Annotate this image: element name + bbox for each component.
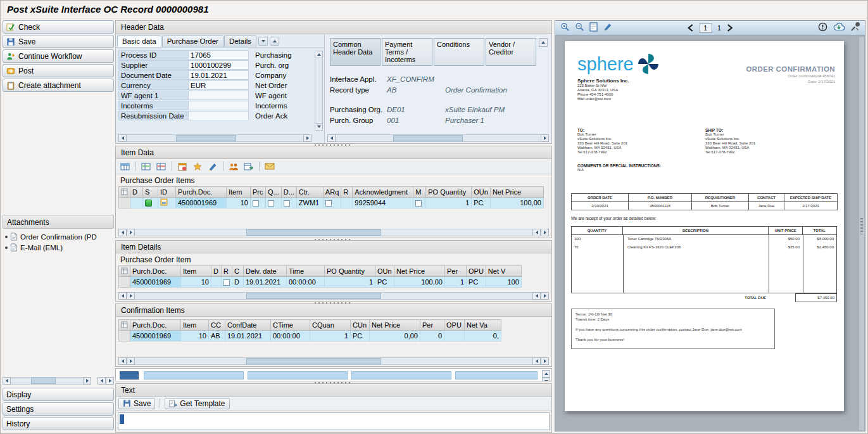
m-checkbox[interactable] xyxy=(415,200,422,207)
grid-icon[interactable] xyxy=(118,160,132,172)
cell-d[interactable] xyxy=(130,198,143,208)
scroll-thumb[interactable] xyxy=(246,293,382,299)
column-header-per[interactable]: Per xyxy=(445,266,467,277)
export-icon[interactable] xyxy=(242,160,256,172)
cell-prc[interactable] xyxy=(251,198,266,208)
tab-list-up-icon[interactable] xyxy=(270,37,279,46)
column-header-delv-date[interactable]: Delv. date xyxy=(244,266,287,277)
attachment-item-order-confirmation[interactable]: Order Confirmation (PD xyxy=(4,231,113,242)
cell-purch-doc[interactable]: 4500001969 xyxy=(130,331,181,341)
vertical-scrollbar[interactable] xyxy=(542,370,550,380)
scroll-left-icon[interactable] xyxy=(3,377,11,385)
column-header-id[interactable]: ID xyxy=(158,187,176,198)
cell-oun[interactable]: PC xyxy=(472,198,491,208)
cell-item[interactable]: 10 xyxy=(181,277,211,288)
horizontal-scrollbar[interactable] xyxy=(118,134,311,142)
horizontal-scrollbar[interactable] xyxy=(118,291,549,300)
scroll-right-icon[interactable] xyxy=(127,357,135,365)
cell-item[interactable]: 10 xyxy=(227,198,251,208)
tab-purchase-order[interactable]: Purchase Order xyxy=(162,35,223,47)
process-id-field[interactable]: 17065 xyxy=(188,50,249,60)
arq-checkbox[interactable] xyxy=(325,200,332,207)
currency-field[interactable]: EUR xyxy=(188,80,249,90)
scroll-left-icon[interactable] xyxy=(327,134,336,142)
get-template-button[interactable]: Get Template xyxy=(165,398,229,409)
scroll-up-icon[interactable] xyxy=(315,51,323,58)
row-selector-cell[interactable] xyxy=(119,331,130,341)
tab-details[interactable]: Details xyxy=(224,35,256,47)
cell-acknowledgment[interactable]: 99259044 xyxy=(353,198,413,208)
cell-c[interactable]: D xyxy=(232,277,244,288)
r-checkbox[interactable] xyxy=(223,279,230,286)
tab-basic-data[interactable]: Basic data xyxy=(117,35,161,47)
column-header-item[interactable]: Item xyxy=(181,320,209,331)
scroll-left-icon[interactable] xyxy=(97,377,106,385)
cell-q[interactable] xyxy=(266,198,282,208)
d-checkbox[interactable] xyxy=(284,200,290,207)
horizontal-scrollbar[interactable] xyxy=(97,376,114,385)
cell-ctr[interactable]: ZWM1 xyxy=(296,198,323,208)
column-header-acknowledgment[interactable]: Acknowledgment xyxy=(353,187,413,198)
document-date-field[interactable]: 19.01.2021 xyxy=(188,70,249,80)
supplier-field[interactable]: 1000100299 xyxy=(188,60,249,70)
prc-checkbox[interactable] xyxy=(253,200,259,207)
cell-m[interactable] xyxy=(413,198,426,208)
scroll-thumb[interactable] xyxy=(176,135,236,141)
scroll-thumb[interactable] xyxy=(393,135,463,141)
cell-delv-date[interactable]: 19.01.2021 xyxy=(244,277,287,288)
cell-time[interactable]: 00:00:00 xyxy=(287,277,325,288)
cell-opu[interactable]: PC xyxy=(467,277,486,288)
delete-row-icon[interactable] xyxy=(154,160,168,172)
confirmation-item-row[interactable]: 4500001969 10 AB 19.01.2021 00:00:00 1 P… xyxy=(119,331,501,341)
text-input-area[interactable] xyxy=(118,412,550,430)
scroll-left-icon[interactable] xyxy=(118,292,127,300)
column-header-purch-doc[interactable]: Purch.Doc. xyxy=(176,187,227,198)
zoom-out-button[interactable] xyxy=(575,22,584,34)
display-button[interactable]: Display xyxy=(3,388,114,401)
column-header-d[interactable]: D xyxy=(130,187,143,198)
mail-icon[interactable] xyxy=(263,160,277,172)
continue-workflow-button[interactable]: Continue Workflow xyxy=(3,49,114,63)
column-header-purch-doc[interactable]: Purch.Doc. xyxy=(130,320,181,331)
column-header-ctime[interactable]: CTime xyxy=(271,320,310,331)
column-header-net-price[interactable]: Net Price xyxy=(490,187,543,198)
column-header-r[interactable]: R xyxy=(341,187,353,198)
check-button[interactable]: Check xyxy=(3,20,114,34)
tab-common-header-data[interactable]: Common Header Data xyxy=(330,38,381,66)
scroll-left-icon[interactable] xyxy=(118,229,127,236)
edit-pencil-icon[interactable] xyxy=(206,160,220,172)
horizontal-scrollbar[interactable] xyxy=(3,376,91,385)
tools-button[interactable] xyxy=(850,22,860,34)
scroll-up-icon[interactable] xyxy=(542,370,550,378)
scroll-thumb[interactable] xyxy=(246,358,382,364)
cell-po-quantity[interactable]: 1 xyxy=(426,198,472,208)
column-header-cquan[interactable]: CQuan xyxy=(310,320,351,331)
zoom-in-button[interactable] xyxy=(560,22,570,34)
scroll-left-icon[interactable] xyxy=(532,229,541,236)
history-button[interactable]: History xyxy=(3,417,114,430)
column-header-item[interactable]: Item xyxy=(181,266,211,277)
select-all-header[interactable] xyxy=(119,320,130,331)
annotate-pen-button[interactable] xyxy=(603,22,612,34)
purchase-order-item-detail-row[interactable]: 4500001969 10 D 19.01.2021 00:00:00 1 PC… xyxy=(119,277,522,288)
schedule-icon[interactable] xyxy=(175,160,189,172)
download-cloud-button[interactable] xyxy=(833,22,845,34)
cell-cc[interactable]: AB xyxy=(209,331,225,341)
cell-ctime[interactable]: 00:00:00 xyxy=(271,331,310,341)
column-header-arq[interactable]: ARq xyxy=(323,187,341,198)
next-page-button[interactable] xyxy=(727,23,733,34)
wf-agent-field[interactable] xyxy=(188,91,249,100)
column-header-net-va[interactable]: Net Va xyxy=(465,320,501,331)
insert-row-icon[interactable] xyxy=(139,160,153,172)
q-checkbox[interactable] xyxy=(268,200,274,207)
cell-per[interactable]: 0 xyxy=(420,331,444,341)
column-header-net-price[interactable]: Net Price xyxy=(394,266,445,277)
column-header-r[interactable]: R xyxy=(222,266,232,277)
scroll-right-icon[interactable] xyxy=(106,377,114,385)
column-header-net-price[interactable]: Net Price xyxy=(370,320,420,331)
column-header-opu[interactable]: OPU xyxy=(444,320,465,331)
cell-s[interactable] xyxy=(143,198,158,208)
cell-r[interactable] xyxy=(341,198,353,208)
column-header-oun[interactable]: OUn xyxy=(375,266,394,277)
pdf-vertical-scrollbar[interactable] xyxy=(859,37,864,430)
